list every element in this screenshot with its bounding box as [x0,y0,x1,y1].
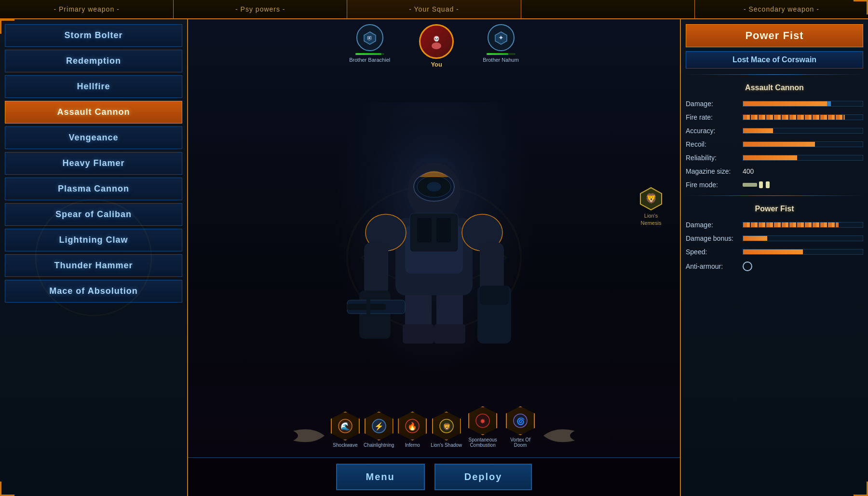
svg-text:⛨: ⛨ [367,35,373,41]
stat-bar-damage-container [743,101,863,107]
spontaneous-icon: ✸ [474,412,491,429]
squad-label-you: You [431,61,442,68]
squad-icon-you: 💀 [419,24,454,59]
stat-accuracy: Accuracy: [686,126,863,136]
stat-bar-damage2-container [743,222,863,228]
stat-label-reliability: Reliability: [686,154,739,162]
weapon-heavy-flamer[interactable]: Heavy Flamer [5,152,182,175]
fire-mode-bar-2 [759,181,763,188]
wing-left-icon [288,424,327,448]
stat-bar-reliability-container [743,155,863,161]
inferno-icon: 🔥 [404,417,421,435]
fire-mode-bar-1 [743,183,757,187]
divider-2 [686,195,863,196]
ability-lions-shadow[interactable]: 🦁 Lion's Shadow [431,412,462,448]
stat-label-damage: Damage: [686,100,739,108]
tab-psy-powers[interactable]: - Psy powers - [174,0,347,18]
stat-fire-rate: Fire rate: [686,112,863,122]
deploy-button[interactable]: Deploy [434,464,532,490]
stat-bar-recoil-container [743,141,863,147]
ability-vortex-of-doom[interactable]: 🌀 Vortex Of Doom [503,406,537,448]
squad-member-barachiel: ⛨ Brother Barachiel [349,24,390,63]
stat-bar-damage [743,101,827,106]
vortex-icon: 🌀 [512,412,529,429]
primary-stats-title: Assault Cannon [686,81,863,95]
lions-nemesis-icon: 🦁 [639,186,663,210]
ability-hex-shockwave: 🌊 [331,412,360,441]
svg-rect-42 [366,298,370,317]
shockwave-icon: 🌊 [337,417,354,435]
ability-hex-vortex: 🌀 [506,406,535,435]
stat-label-speed: Speed: [686,248,739,256]
stat-bar-speed-container [743,249,863,255]
ability-name-vortex: Vortex Of Doom [503,437,537,448]
stat-reliability: Reliability: [686,153,863,163]
weapon-hellfire[interactable]: Hellfire [5,75,182,98]
weapon-mace-of-absolution[interactable]: Mace of Absolution [5,280,182,303]
ability-name-inferno: Inferno [405,442,420,448]
left-panel: Storm Bolter Redemption Hellfire Assault… [0,19,188,496]
character-silhouette: ⚜ [333,102,535,372]
nahum-icon-svg: ✦ [494,30,508,45]
squad-label-barachiel: Brother Barachiel [349,57,390,63]
weapon-lightning-claw[interactable]: Lightning Claw [5,229,182,251]
weapon-vengeance[interactable]: Vengeance [5,126,182,149]
stat-label-accuracy: Accuracy: [686,127,739,135]
right-panel: Power Fist Lost Mace of Corswain Assault… [680,19,868,496]
secondary-stats-title: Power Fist [686,202,863,216]
squad-member-nahum: ✦ Brother Nahum [483,24,519,63]
weapon-redemption[interactable]: Redemption [5,50,182,72]
svg-text:✦: ✦ [498,34,504,41]
svg-rect-38 [417,218,432,242]
svg-rect-30 [359,290,391,339]
svg-text:🔥: 🔥 [407,422,417,431]
ability-name-chainlightning: Chainlightning [364,442,394,448]
tab-primary-weapon[interactable]: - Primary weapon - [0,0,174,18]
weapon-thunder-hammer[interactable]: Thunder Hammer [5,254,182,277]
weapon-storm-bolter[interactable]: Storm Bolter [5,24,182,47]
health-fill-barachiel [355,53,381,55]
stat-bar-recoil [743,142,815,147]
barachiel-icon-svg: ⛨ [363,30,377,45]
stat-anti-armour: Anti-armour: [686,261,863,272]
ability-chainlightning[interactable]: ⚡ Chainlightning [364,412,394,448]
stat-bar-fire-rate [743,115,845,120]
stat-bar-accuracy-container [743,128,863,134]
squad-icon-nahum: ✦ [488,24,515,51]
character-area: F ⚡ G H [188,68,680,406]
tab-empty [521,0,695,18]
weapon-plasma-cannon[interactable]: Plasma Cannon [5,178,182,200]
stat-damage: Damage: [686,99,863,109]
stat-bar-speed [743,249,803,254]
stat-label-damage2: Damage: [686,221,739,229]
stat-label-magazine: Magazine size: [686,167,739,175]
bottom-buttons: Menu Deploy [188,457,680,496]
weapon-spear-of-caliban[interactable]: Spear of Caliban [5,203,182,226]
secondary-weapon-title: Power Fist [686,24,863,47]
ability-name-lions-shadow: Lion's Shadow [431,442,462,448]
you-icon-svg: 💀 [427,32,446,51]
svg-rect-32 [480,286,509,305]
ability-spontaneous-combustion[interactable]: ✸ Spontaneous Combustion [466,406,500,448]
anti-armour-circle [743,262,752,271]
tab-your-squad[interactable]: - Your Squad - [347,0,521,18]
svg-text:🦁: 🦁 [442,423,451,431]
health-bar-barachiel [355,53,384,55]
svg-text:🦁: 🦁 [645,193,657,204]
fire-mode-bar-3 [766,181,770,188]
svg-text:💀: 💀 [434,36,440,42]
menu-button[interactable]: Menu [336,464,425,490]
tab-secondary-weapon[interactable]: - Secondary weapon - [695,0,868,18]
squad-member-you: 💀 You [419,24,454,68]
ability-shockwave[interactable]: 🌊 Shockwave [331,412,360,448]
svg-text:🌊: 🌊 [340,422,350,431]
stat-bar-damage-bonus [743,236,767,241]
ability-inferno[interactable]: 🔥 Inferno [398,412,427,448]
fire-mode-icons [743,181,770,188]
character-svg: ⚜ [333,102,535,372]
squad-header: ⛨ Brother Barachiel 💀 [188,19,680,68]
stat-bar-accuracy [743,128,773,133]
stat-damage-bonus: Damage bonus: [686,234,863,243]
svg-text:✸: ✸ [480,417,486,425]
weapon-assault-cannon[interactable]: Assault Cannon [5,101,182,124]
